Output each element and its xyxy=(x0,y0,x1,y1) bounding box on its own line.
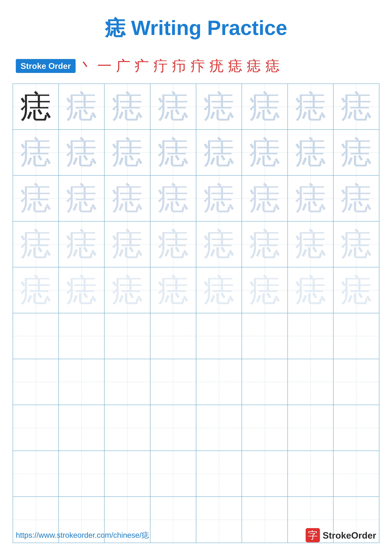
grid-row: 痣 痣 痣 痣 痣 痣 痣 痣 xyxy=(13,267,379,313)
grid-cell xyxy=(105,359,150,405)
footer-logo-text: StrokeOrder xyxy=(323,530,376,540)
cell-char: 痣 xyxy=(203,137,235,168)
grid-cell xyxy=(59,359,105,405)
grid-cell: 痣 xyxy=(13,175,59,221)
grid-cell: 痣 xyxy=(105,221,150,267)
cell-char: 痣 xyxy=(66,274,97,306)
stroke-order-badge: Stroke Order xyxy=(16,59,76,73)
stroke-5: 疔 xyxy=(153,56,169,76)
grid-cell xyxy=(150,313,196,359)
stroke-1: 丶 xyxy=(79,56,95,76)
stroke-7: 疜 xyxy=(191,56,207,76)
cell-char: 痣 xyxy=(203,91,235,123)
grid-cell: 痣 xyxy=(196,175,242,221)
grid-cell xyxy=(196,313,242,359)
grid-cell xyxy=(13,451,59,497)
cell-char: 痣 xyxy=(112,91,143,123)
cell-char: 痣 xyxy=(157,274,189,306)
grid-cell: 痣 xyxy=(196,267,242,313)
grid-cell: 痣 xyxy=(288,130,334,175)
cell-char: 痣 xyxy=(112,183,143,214)
cell-char: 痣 xyxy=(341,228,372,260)
grid-cell xyxy=(334,313,379,359)
cell-char: 痣 xyxy=(203,228,235,260)
grid-row xyxy=(13,313,379,359)
cell-char: 痣 xyxy=(295,91,326,123)
cell-char: 痣 xyxy=(341,137,372,168)
grid-cell: 痣 xyxy=(105,84,150,129)
grid-cell xyxy=(105,451,150,497)
grid-cell xyxy=(242,451,288,497)
cell-char: 痣 xyxy=(249,228,280,260)
cell-char: 痣 xyxy=(157,91,189,123)
grid-cell: 痣 xyxy=(288,221,334,267)
header-chinese-char: 痣 xyxy=(105,16,125,39)
stroke-2: 一 xyxy=(97,56,113,76)
grid-cell: 痣 xyxy=(59,175,105,221)
stroke-4: 疒 xyxy=(135,56,150,76)
footer-url: https://www.strokeorder.com/chinese/痣 xyxy=(16,530,149,540)
cell-char: 痣 xyxy=(295,228,326,260)
grid-cell xyxy=(334,405,379,451)
header: 痣 Writing Practice xyxy=(0,0,392,51)
grid-cell: 痣 xyxy=(334,221,379,267)
grid-cell: 痣 xyxy=(196,84,242,129)
cell-char: 痣 xyxy=(341,274,372,306)
cell-char: 痣 xyxy=(66,183,97,214)
grid-cell xyxy=(59,405,105,451)
grid-cell xyxy=(242,405,288,451)
stroke-8: 疣 xyxy=(209,56,225,76)
grid-cell: 痣 xyxy=(13,84,59,129)
grid-cell: 痣 xyxy=(150,130,196,175)
grid-cell: 痣 xyxy=(150,267,196,313)
grid-cell: 痣 xyxy=(59,84,105,129)
stroke-order-chars: 丶 一 广 疒 疔 疖 疜 疣 痣 痣 痣 xyxy=(79,56,281,76)
grid-cell: 痣 xyxy=(242,175,288,221)
grid-cell xyxy=(196,451,242,497)
cell-char: 痣 xyxy=(157,137,189,168)
page-title: 痣 Writing Practice xyxy=(105,16,287,39)
cell-char: 痣 xyxy=(20,137,51,168)
grid-cell: 痣 xyxy=(242,267,288,313)
cell-char: 痣 xyxy=(66,228,97,260)
grid-cell: 痣 xyxy=(13,130,59,175)
cell-char: 痣 xyxy=(203,274,235,306)
stroke-10: 痣 xyxy=(247,56,263,76)
cell-char: 痣 xyxy=(66,91,97,123)
cell-char: 痣 xyxy=(249,91,280,123)
cell-char: 痣 xyxy=(249,274,280,306)
cell-char: 痣 xyxy=(66,137,97,168)
cell-char: 痣 xyxy=(20,91,51,123)
grid-cell: 痣 xyxy=(334,130,379,175)
grid-row: 痣 痣 痣 痣 痣 痣 痣 痣 xyxy=(13,84,379,130)
grid-cell xyxy=(13,359,59,405)
stroke-6: 疖 xyxy=(172,56,188,76)
cell-char: 痣 xyxy=(341,183,372,214)
grid-cell: 痣 xyxy=(288,267,334,313)
grid-cell: 痣 xyxy=(13,221,59,267)
grid-cell xyxy=(105,405,150,451)
grid-cell xyxy=(288,359,334,405)
grid-cell: 痣 xyxy=(105,130,150,175)
cell-char: 痣 xyxy=(112,137,143,168)
cell-char: 痣 xyxy=(157,228,189,260)
grid-cell xyxy=(334,451,379,497)
grid-cell: 痣 xyxy=(150,175,196,221)
cell-char: 痣 xyxy=(295,137,326,168)
cell-char: 痣 xyxy=(112,228,143,260)
cell-char: 痣 xyxy=(249,183,280,214)
grid-cell xyxy=(288,313,334,359)
stroke-order-row: Stroke Order 丶 一 广 疒 疔 疖 疜 疣 痣 痣 痣 xyxy=(0,51,392,84)
grid-cell: 痣 xyxy=(334,175,379,221)
grid-cell: 痣 xyxy=(242,130,288,175)
grid-cell: 痣 xyxy=(150,84,196,129)
stroke-11: 痣 xyxy=(265,56,281,76)
grid-cell: 痣 xyxy=(242,84,288,129)
grid-cell: 痣 xyxy=(105,175,150,221)
grid-cell xyxy=(288,405,334,451)
grid-cell xyxy=(242,359,288,405)
grid-cell: 痣 xyxy=(150,221,196,267)
cell-char: 痣 xyxy=(20,228,51,260)
grid-cell: 痣 xyxy=(105,267,150,313)
grid-cell: 痣 xyxy=(242,221,288,267)
